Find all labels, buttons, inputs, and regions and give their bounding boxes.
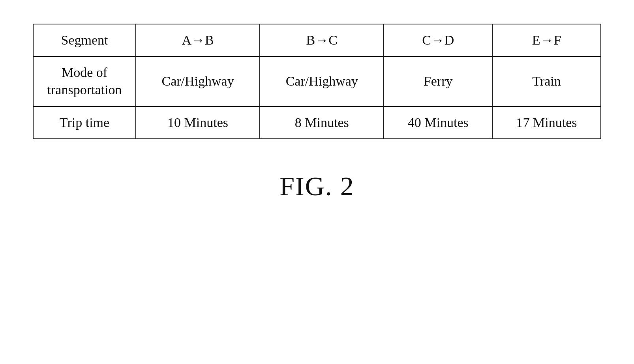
mode-ab: Car/Highway <box>136 56 260 106</box>
header-cd: C→D <box>384 24 492 56</box>
header-ab: A→B <box>136 24 260 56</box>
figure-caption: FIG. 2 <box>279 171 355 202</box>
header-bc: B→C <box>260 24 384 56</box>
mode-row: Mode of transportation Car/Highway Car/H… <box>33 56 601 106</box>
data-table: Segment A→B B→C C→D E→F Mode of transpor… <box>33 24 601 139</box>
header-row: Segment A→B B→C C→D E→F <box>33 24 601 56</box>
table-container: Segment A→B B→C C→D E→F Mode of transpor… <box>33 24 601 139</box>
mode-cd: Ferry <box>384 56 492 106</box>
mode-bc: Car/Highway <box>260 56 384 106</box>
time-ef: 17 Minutes <box>492 106 601 139</box>
header-segment: Segment <box>33 24 136 56</box>
mode-ef: Train <box>492 56 601 106</box>
time-cd: 40 Minutes <box>384 106 492 139</box>
time-ab: 10 Minutes <box>136 106 260 139</box>
mode-label: Mode of transportation <box>33 56 136 106</box>
header-ef: E→F <box>492 24 601 56</box>
time-label: Trip time <box>33 106 136 139</box>
time-row: Trip time 10 Minutes 8 Minutes 40 Minute… <box>33 106 601 139</box>
time-bc: 8 Minutes <box>260 106 384 139</box>
